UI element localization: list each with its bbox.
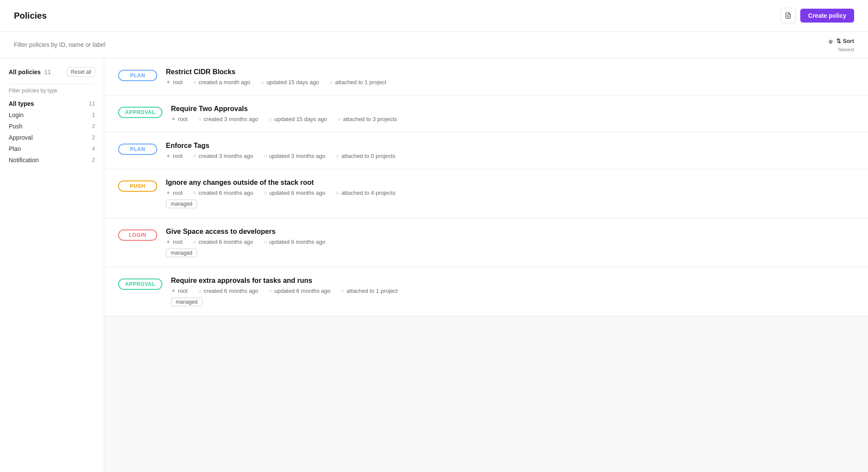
- policy-meta-require-two-approvals: ✦ root ○ created 3 months ago ○ updated …: [171, 116, 854, 122]
- meta-updated: ○ updated 3 months ago: [264, 153, 325, 159]
- meta-created: ○ created 3 months ago: [198, 116, 258, 122]
- policy-name-give-space-access: Give Space access to developers: [166, 228, 854, 236]
- attached-icon: ○: [336, 153, 339, 159]
- meta-updated: ○ updated 6 months ago: [264, 239, 325, 245]
- policy-card-give-space-access[interactable]: LOGIN Give Space access to developers ✦ …: [104, 218, 868, 267]
- policy-badge-restrict-cidr: PLAN: [118, 70, 157, 81]
- policy-badge-give-space-access: LOGIN: [118, 229, 157, 241]
- meta-updated: ○ updated 6 months ago: [269, 288, 330, 294]
- policy-card-require-extra-approvals[interactable]: APPROVAL Require extra approvals for tas…: [104, 267, 868, 316]
- owner-icon: ✦: [166, 153, 171, 159]
- search-bar: ⇅ Sort Newest: [0, 32, 868, 59]
- managed-tag: managed: [166, 200, 197, 208]
- meta-owner: ✦ root: [171, 288, 188, 294]
- meta-created: ○ created 6 months ago: [193, 239, 253, 245]
- policies-list: PLAN Restrict CIDR Blocks ✦ root ○ creat…: [104, 59, 868, 472]
- header-actions: Create policy: [780, 8, 854, 23]
- updated-icon: ○: [264, 239, 267, 245]
- updated-icon: ○: [269, 116, 272, 122]
- policy-content-give-space-access: Give Space access to developers ✦ root ○…: [166, 228, 854, 257]
- owner-icon: ✦: [166, 239, 171, 245]
- meta-attached: ○ attached to 4 projects: [336, 190, 395, 196]
- reset-all-button[interactable]: Reset all: [67, 67, 95, 77]
- policy-name-require-two-approvals: Require Two Approvals: [171, 105, 854, 113]
- owner-icon: ✦: [166, 79, 171, 85]
- meta-owner: ✦ root: [166, 190, 182, 196]
- sidebar-filter-item-login[interactable]: Login1: [9, 109, 95, 121]
- sort-label: ⇅ Sort: [828, 38, 854, 45]
- sidebar-filter-item-approval[interactable]: Approval2: [9, 132, 95, 143]
- policy-card-require-two-approvals[interactable]: APPROVAL Require Two Approvals ✦ root ○ …: [104, 95, 868, 132]
- sidebar-filter-item-all-types[interactable]: All types11: [9, 98, 95, 109]
- attached-icon: ○: [341, 288, 344, 294]
- policy-content-ignore-stack-root: Ignore any changes outside of the stack …: [166, 179, 854, 208]
- policy-badge-enforce-tags: PLAN: [118, 144, 157, 155]
- attached-icon: ○: [336, 190, 339, 196]
- create-policy-button[interactable]: Create policy: [800, 9, 854, 23]
- meta-updated: ○ updated 6 months ago: [264, 190, 325, 196]
- policy-content-enforce-tags: Enforce Tags ✦ root ○ created 3 months a…: [166, 142, 854, 159]
- created-icon: ○: [198, 116, 201, 122]
- meta-owner: ✦ root: [166, 79, 182, 85]
- policy-content-require-two-approvals: Require Two Approvals ✦ root ○ created 3…: [171, 105, 854, 122]
- policy-badge-ignore-stack-root: PUSH: [118, 180, 157, 192]
- updated-icon: ○: [261, 79, 264, 85]
- created-icon: ○: [193, 190, 196, 196]
- sidebar-all-policies-label: All policies 11: [9, 69, 51, 75]
- owner-icon: ✦: [171, 116, 176, 122]
- meta-updated: ○ updated 15 days ago: [269, 116, 327, 122]
- updated-icon: ○: [264, 190, 267, 196]
- meta-created: ○ created a month ago: [193, 79, 250, 85]
- page-header: Policies Create policy: [0, 0, 868, 32]
- meta-created: ○ created 6 months ago: [193, 190, 253, 196]
- meta-owner: ✦ root: [166, 239, 182, 245]
- created-icon: ○: [198, 288, 201, 294]
- policy-meta-ignore-stack-root: ✦ root ○ created 6 months ago ○ updated …: [166, 190, 854, 196]
- sidebar-filter-item-plan[interactable]: Plan4: [9, 143, 95, 154]
- policy-name-require-extra-approvals: Require extra approvals for tasks and ru…: [171, 277, 854, 285]
- created-icon: ○: [193, 153, 196, 159]
- main-layout: All policies 11 Reset all Filter policie…: [0, 59, 868, 472]
- managed-tag: managed: [166, 249, 197, 257]
- policy-badge-require-two-approvals: APPROVAL: [118, 107, 162, 118]
- sidebar-filters: All types11Login1Push2Approval2Plan4Noti…: [9, 98, 95, 166]
- policy-name-restrict-cidr: Restrict CIDR Blocks: [166, 68, 854, 76]
- sort-button[interactable]: ⇅ Sort Newest: [828, 38, 854, 52]
- policy-name-ignore-stack-root: Ignore any changes outside of the stack …: [166, 179, 854, 187]
- updated-icon: ○: [269, 288, 272, 294]
- managed-tag: managed: [171, 298, 202, 306]
- policy-card-ignore-stack-root[interactable]: PUSH Ignore any changes outside of the s…: [104, 169, 868, 218]
- page-title: Policies: [14, 11, 47, 21]
- sort-sublabel: Newest: [838, 47, 854, 52]
- policy-content-require-extra-approvals: Require extra approvals for tasks and ru…: [171, 277, 854, 306]
- owner-icon: ✦: [166, 190, 171, 196]
- meta-created: ○ created 6 months ago: [198, 288, 258, 294]
- doc-icon-button[interactable]: [780, 8, 796, 23]
- policy-meta-give-space-access: ✦ root ○ created 6 months ago ○ updated …: [166, 239, 854, 245]
- created-icon: ○: [193, 79, 196, 85]
- created-icon: ○: [193, 239, 196, 245]
- sidebar-count: 11: [44, 69, 51, 75]
- policy-content-restrict-cidr: Restrict CIDR Blocks ✦ root ○ created a …: [166, 68, 854, 85]
- owner-icon: ✦: [171, 288, 176, 294]
- sidebar-filter-item-notification[interactable]: Notification2: [9, 154, 95, 166]
- policy-card-restrict-cidr[interactable]: PLAN Restrict CIDR Blocks ✦ root ○ creat…: [104, 59, 868, 95]
- sidebar-filter-item-push[interactable]: Push2: [9, 121, 95, 132]
- meta-attached: ○ attached to 1 project: [330, 79, 386, 85]
- meta-attached: ○ attached to 1 project: [341, 288, 398, 294]
- policy-badge-require-extra-approvals: APPROVAL: [118, 279, 162, 290]
- document-icon: [785, 12, 792, 19]
- filter-section-label: Filter policies by type: [9, 88, 95, 94]
- sidebar-header: All policies 11 Reset all: [9, 67, 95, 77]
- updated-icon: ○: [264, 153, 267, 159]
- policy-card-enforce-tags[interactable]: PLAN Enforce Tags ✦ root ○ created 3 mon…: [104, 132, 868, 169]
- policy-meta-enforce-tags: ✦ root ○ created 3 months ago ○ updated …: [166, 153, 854, 159]
- meta-owner: ✦ root: [166, 153, 182, 159]
- meta-owner: ✦ root: [171, 116, 188, 122]
- search-input[interactable]: [14, 41, 828, 48]
- sort-icon: [828, 39, 834, 45]
- policy-name-enforce-tags: Enforce Tags: [166, 142, 854, 150]
- sidebar: All policies 11 Reset all Filter policie…: [0, 59, 104, 472]
- sidebar-divider: [9, 84, 95, 84]
- attached-icon: ○: [337, 116, 341, 122]
